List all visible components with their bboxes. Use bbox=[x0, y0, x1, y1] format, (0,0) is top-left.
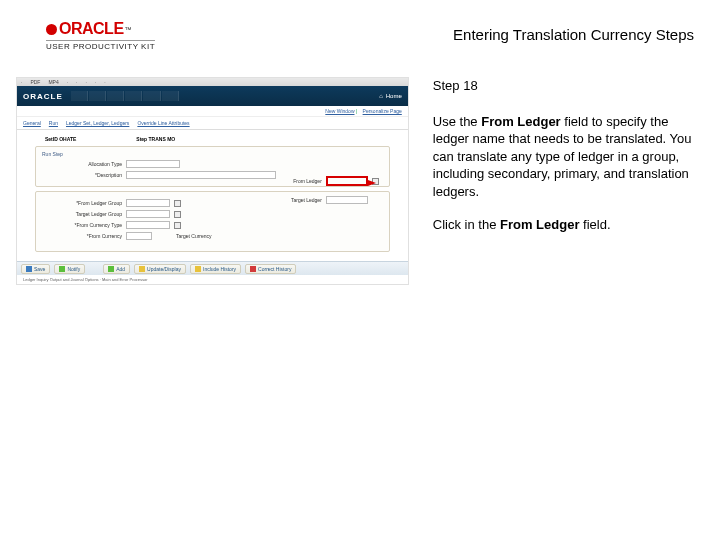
lov-icon bbox=[174, 222, 181, 229]
browser-menubar: ·PDFMP4····· bbox=[17, 78, 408, 86]
ledger-section: *From Ledger Group Target Ledger Group *… bbox=[35, 191, 390, 252]
app-brand: ORACLE bbox=[23, 92, 63, 101]
from-ledger-group-input bbox=[126, 199, 170, 207]
lov-icon bbox=[174, 200, 181, 207]
instruction-paragraph-2: Click in the From Ledger field. bbox=[433, 216, 694, 234]
target-ledger-group-input bbox=[126, 210, 170, 218]
personalize-link: Personalize Page bbox=[363, 108, 402, 114]
app-nav bbox=[71, 91, 179, 101]
callout-arrow-icon bbox=[368, 180, 376, 186]
brand-block: ORACLE ™ USER PRODUCTIVITY KIT bbox=[46, 20, 155, 51]
from-currency-type-input bbox=[126, 221, 170, 229]
target-ledger-input bbox=[326, 196, 368, 204]
description-input bbox=[126, 171, 276, 179]
allocation-type-input bbox=[126, 160, 180, 168]
oracle-o-icon bbox=[46, 24, 57, 35]
app-topbar: ORACLE ⌂ Home bbox=[17, 86, 408, 106]
app-sublinks: New Window | Personalize Page bbox=[17, 106, 408, 117]
new-window-link: New Window bbox=[325, 108, 354, 114]
home-icon: ⌂ bbox=[379, 93, 383, 99]
lov-icon bbox=[174, 211, 181, 218]
from-ledger-field[interactable] bbox=[326, 176, 368, 186]
page-title: Entering Translation Currency Steps bbox=[453, 20, 694, 43]
subbrand: USER PRODUCTIVITY KIT bbox=[46, 40, 155, 51]
from-currency-input bbox=[126, 232, 152, 240]
trademark: ™ bbox=[125, 26, 132, 33]
step-label: Step 18 bbox=[433, 77, 694, 95]
home-link: ⌂ Home bbox=[379, 93, 402, 99]
app-screenshot: ·PDFMP4····· ORACLE ⌂ Home New Window | … bbox=[16, 77, 409, 285]
instruction-paragraph-1: Use the From Ledger field to specify the… bbox=[433, 113, 694, 201]
app-tabs: General Run Ledger Set, Ledger, Ledgers … bbox=[17, 117, 408, 130]
app-footer-text: Ledger Inquiry Output and Journal Option… bbox=[17, 275, 408, 284]
app-footer-toolbar: Save Notify Add Update/Display Include H… bbox=[17, 261, 408, 275]
brand-word: ORACLE bbox=[59, 20, 124, 38]
instruction-panel: Step 18 Use the From Ledger field to spe… bbox=[433, 77, 694, 250]
